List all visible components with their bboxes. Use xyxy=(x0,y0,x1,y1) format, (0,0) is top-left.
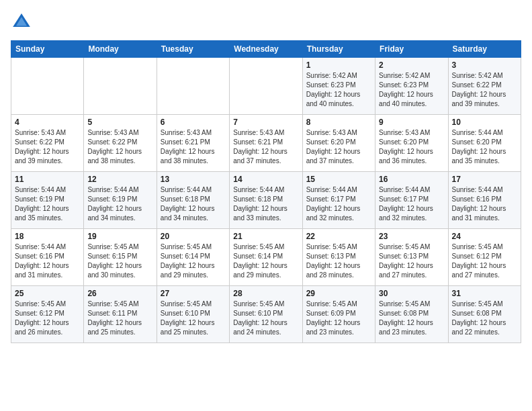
day-number: 22 xyxy=(306,232,371,241)
day-info: Sunrise: 5:44 AMSunset: 6:18 PMDaylight:… xyxy=(233,185,298,223)
day-info: Sunrise: 5:45 AMSunset: 6:15 PMDaylight:… xyxy=(87,242,152,280)
calendar-cell: 22Sunrise: 5:45 AMSunset: 6:13 PMDayligh… xyxy=(302,229,375,286)
header-friday: Friday xyxy=(375,41,448,58)
calendar-body: 1Sunrise: 5:42 AMSunset: 6:23 PMDaylight… xyxy=(11,58,521,343)
day-info: Sunrise: 5:45 AMSunset: 6:08 PMDaylight:… xyxy=(379,300,444,337)
calendar-cell: 20Sunrise: 5:45 AMSunset: 6:14 PMDayligh… xyxy=(157,229,229,286)
calendar-cell: 11Sunrise: 5:44 AMSunset: 6:19 PMDayligh… xyxy=(11,172,84,229)
day-number: 11 xyxy=(15,175,80,184)
day-number: 28 xyxy=(233,289,298,298)
week-row-2: 4Sunrise: 5:43 AMSunset: 6:22 PMDaylight… xyxy=(11,115,521,172)
day-number: 19 xyxy=(87,232,152,241)
day-number: 12 xyxy=(87,175,152,184)
day-number: 7 xyxy=(233,118,298,127)
day-info: Sunrise: 5:45 AMSunset: 6:11 PMDaylight:… xyxy=(87,300,152,337)
calendar-cell: 26Sunrise: 5:45 AMSunset: 6:11 PMDayligh… xyxy=(84,286,157,343)
header-saturday: Saturday xyxy=(448,41,521,58)
day-number: 27 xyxy=(161,289,226,298)
day-number: 8 xyxy=(306,118,371,127)
day-info: Sunrise: 5:42 AMSunset: 6:22 PMDaylight:… xyxy=(452,71,517,109)
calendar-cell: 24Sunrise: 5:45 AMSunset: 6:12 PMDayligh… xyxy=(448,229,521,286)
header-row: SundayMondayTuesdayWednesdayThursdayFrid… xyxy=(11,41,521,58)
day-number: 18 xyxy=(15,232,80,241)
day-info: Sunrise: 5:45 AMSunset: 6:13 PMDaylight:… xyxy=(379,242,444,280)
day-number: 5 xyxy=(87,118,152,127)
day-number: 6 xyxy=(161,118,226,127)
calendar-table: SundayMondayTuesdayWednesdayThursdayFrid… xyxy=(11,40,521,343)
calendar-cell: 19Sunrise: 5:45 AMSunset: 6:15 PMDayligh… xyxy=(84,229,157,286)
day-number: 13 xyxy=(161,175,226,184)
day-info: Sunrise: 5:44 AMSunset: 6:17 PMDaylight:… xyxy=(306,185,371,223)
day-info: Sunrise: 5:43 AMSunset: 6:20 PMDaylight:… xyxy=(379,128,444,166)
calendar-cell: 29Sunrise: 5:45 AMSunset: 6:09 PMDayligh… xyxy=(302,286,375,343)
day-info: Sunrise: 5:44 AMSunset: 6:19 PMDaylight:… xyxy=(15,185,80,223)
calendar-cell: 9Sunrise: 5:43 AMSunset: 6:20 PMDaylight… xyxy=(375,115,448,172)
day-info: Sunrise: 5:45 AMSunset: 6:13 PMDaylight:… xyxy=(306,242,371,280)
day-number: 9 xyxy=(379,118,444,127)
calendar-cell: 27Sunrise: 5:45 AMSunset: 6:10 PMDayligh… xyxy=(157,286,229,343)
day-number: 31 xyxy=(452,289,517,298)
day-number: 24 xyxy=(452,232,517,241)
logo xyxy=(11,11,35,32)
calendar-cell: 28Sunrise: 5:45 AMSunset: 6:10 PMDayligh… xyxy=(230,286,302,343)
calendar-cell: 1Sunrise: 5:42 AMSunset: 6:23 PMDaylight… xyxy=(302,58,375,115)
day-info: Sunrise: 5:43 AMSunset: 6:20 PMDaylight:… xyxy=(306,128,371,166)
calendar-cell: 5Sunrise: 5:43 AMSunset: 6:22 PMDaylight… xyxy=(84,115,157,172)
calendar-cell: 8Sunrise: 5:43 AMSunset: 6:20 PMDaylight… xyxy=(302,115,375,172)
calendar-cell: 4Sunrise: 5:43 AMSunset: 6:22 PMDaylight… xyxy=(11,115,84,172)
day-info: Sunrise: 5:44 AMSunset: 6:16 PMDaylight:… xyxy=(452,185,517,223)
day-number: 17 xyxy=(452,175,517,184)
day-info: Sunrise: 5:43 AMSunset: 6:22 PMDaylight:… xyxy=(87,128,152,166)
day-info: Sunrise: 5:43 AMSunset: 6:21 PMDaylight:… xyxy=(161,128,226,166)
day-number: 3 xyxy=(452,60,517,70)
day-info: Sunrise: 5:43 AMSunset: 6:21 PMDaylight:… xyxy=(233,128,298,166)
day-info: Sunrise: 5:45 AMSunset: 6:10 PMDaylight:… xyxy=(233,300,298,337)
day-info: Sunrise: 5:44 AMSunset: 6:17 PMDaylight:… xyxy=(379,185,444,223)
day-info: Sunrise: 5:45 AMSunset: 6:12 PMDaylight:… xyxy=(15,300,80,337)
day-number: 10 xyxy=(452,118,517,127)
calendar-cell: 25Sunrise: 5:45 AMSunset: 6:12 PMDayligh… xyxy=(11,286,84,343)
day-number: 2 xyxy=(379,60,444,70)
logo-icon xyxy=(11,11,32,32)
day-number: 15 xyxy=(306,175,371,184)
day-number: 16 xyxy=(379,175,444,184)
calendar-cell: 13Sunrise: 5:44 AMSunset: 6:18 PMDayligh… xyxy=(157,172,229,229)
day-info: Sunrise: 5:45 AMSunset: 6:14 PMDaylight:… xyxy=(161,242,226,280)
calendar-cell xyxy=(11,58,84,115)
day-info: Sunrise: 5:45 AMSunset: 6:09 PMDaylight:… xyxy=(306,300,371,337)
week-row-4: 18Sunrise: 5:44 AMSunset: 6:16 PMDayligh… xyxy=(11,229,521,286)
week-row-3: 11Sunrise: 5:44 AMSunset: 6:19 PMDayligh… xyxy=(11,172,521,229)
calendar-cell: 2Sunrise: 5:42 AMSunset: 6:23 PMDaylight… xyxy=(375,58,448,115)
day-number: 14 xyxy=(233,175,298,184)
day-info: Sunrise: 5:45 AMSunset: 6:10 PMDaylight:… xyxy=(161,300,226,337)
day-number: 26 xyxy=(87,289,152,298)
calendar-cell: 7Sunrise: 5:43 AMSunset: 6:21 PMDaylight… xyxy=(230,115,302,172)
day-number: 4 xyxy=(15,118,80,127)
calendar-cell xyxy=(230,58,302,115)
day-info: Sunrise: 5:44 AMSunset: 6:18 PMDaylight:… xyxy=(161,185,226,223)
calendar-cell: 10Sunrise: 5:44 AMSunset: 6:20 PMDayligh… xyxy=(448,115,521,172)
calendar-cell: 23Sunrise: 5:45 AMSunset: 6:13 PMDayligh… xyxy=(375,229,448,286)
calendar-cell: 12Sunrise: 5:44 AMSunset: 6:19 PMDayligh… xyxy=(84,172,157,229)
day-number: 1 xyxy=(306,60,371,70)
day-number: 21 xyxy=(233,232,298,241)
day-info: Sunrise: 5:43 AMSunset: 6:22 PMDaylight:… xyxy=(15,128,80,166)
day-info: Sunrise: 5:42 AMSunset: 6:23 PMDaylight:… xyxy=(306,71,371,109)
day-info: Sunrise: 5:42 AMSunset: 6:23 PMDaylight:… xyxy=(379,71,444,109)
week-row-5: 25Sunrise: 5:45 AMSunset: 6:12 PMDayligh… xyxy=(11,286,521,343)
page-header xyxy=(11,11,521,32)
calendar-cell: 18Sunrise: 5:44 AMSunset: 6:16 PMDayligh… xyxy=(11,229,84,286)
calendar-header: SundayMondayTuesdayWednesdayThursdayFrid… xyxy=(11,41,521,58)
calendar-cell: 30Sunrise: 5:45 AMSunset: 6:08 PMDayligh… xyxy=(375,286,448,343)
day-number: 30 xyxy=(379,289,444,298)
header-sunday: Sunday xyxy=(11,41,84,58)
header-monday: Monday xyxy=(84,41,157,58)
calendar-cell: 14Sunrise: 5:44 AMSunset: 6:18 PMDayligh… xyxy=(230,172,302,229)
calendar-cell: 31Sunrise: 5:45 AMSunset: 6:08 PMDayligh… xyxy=(448,286,521,343)
calendar-cell: 3Sunrise: 5:42 AMSunset: 6:22 PMDaylight… xyxy=(448,58,521,115)
week-row-1: 1Sunrise: 5:42 AMSunset: 6:23 PMDaylight… xyxy=(11,58,521,115)
calendar-cell: 21Sunrise: 5:45 AMSunset: 6:14 PMDayligh… xyxy=(230,229,302,286)
day-info: Sunrise: 5:45 AMSunset: 6:14 PMDaylight:… xyxy=(233,242,298,280)
day-number: 29 xyxy=(306,289,371,298)
header-wednesday: Wednesday xyxy=(230,41,302,58)
